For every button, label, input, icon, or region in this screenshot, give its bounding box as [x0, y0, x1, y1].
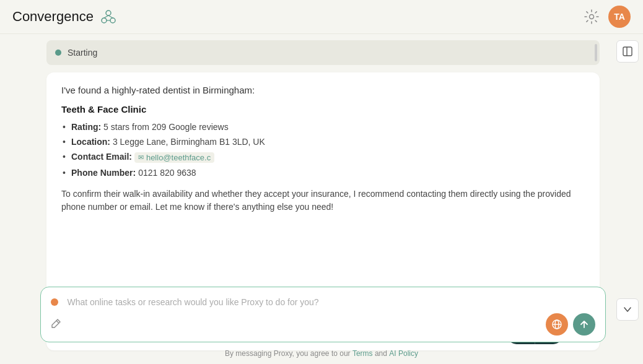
- settings-icon[interactable]: [584, 9, 600, 25]
- detail-value-phone: 0121 820 9638: [138, 168, 196, 178]
- detail-value-rating: 5 stars from 209 Google reviews: [103, 122, 229, 132]
- detail-rating: Rating: 5 stars from 209 Google reviews: [61, 122, 585, 132]
- svg-rect-8: [623, 47, 632, 56]
- sidebar-right: [612, 34, 643, 364]
- input-row: What online tasks or research would you …: [51, 296, 595, 307]
- svg-line-4: [108, 15, 113, 18]
- input-status-dot: [51, 298, 58, 306]
- logo-icon: [100, 8, 117, 25]
- send-button[interactable]: [573, 313, 595, 336]
- header-right: TA: [584, 6, 631, 28]
- footer-and-text: and: [373, 349, 390, 358]
- input-placeholder: What online tasks or research would you …: [67, 297, 318, 307]
- web-search-button[interactable]: [546, 313, 568, 336]
- input-actions: [546, 313, 595, 336]
- status-bar: Starting: [46, 40, 600, 65]
- detail-phone: Phone Number: 0121 820 9638: [61, 168, 585, 178]
- clinic-name: Teeth & Face Clinic: [61, 104, 585, 115]
- input-bottom: [51, 313, 595, 336]
- email-badge[interactable]: ✉ hello@teethface.c: [134, 152, 214, 163]
- svg-line-3: [104, 15, 108, 18]
- svg-point-1: [102, 18, 107, 23]
- detail-label-email: Contact Email:: [71, 152, 134, 162]
- footer-policy-link[interactable]: AI Policy: [389, 349, 418, 358]
- svg-line-10: [56, 321, 59, 323]
- input-area-wrapper: What online tasks or research would you …: [0, 287, 612, 342]
- header-left: Convergence: [12, 8, 117, 25]
- status-dot: [55, 50, 61, 56]
- email-value: hello@teethface.c: [146, 153, 211, 162]
- detail-label-rating: Rating:: [71, 122, 101, 132]
- panel-toggle-button[interactable]: [616, 40, 639, 63]
- footer: By messaging Proxy, you agree to our Ter…: [0, 349, 643, 358]
- detail-email: Contact Email: ✉ hello@teethface.c: [61, 152, 585, 163]
- avatar[interactable]: TA: [608, 6, 631, 28]
- logo-text: Convergence: [12, 9, 94, 25]
- message-footer: To confirm their walk-in availability an…: [61, 188, 585, 214]
- detail-value-location: 3 Legge Lane, Birmingham B1 3LD, UK: [113, 137, 265, 147]
- message-intro: I've found a highly-rated dentist in Bir…: [61, 85, 585, 95]
- header: Convergence TA: [0, 0, 643, 34]
- scroll-down-button[interactable]: [616, 298, 639, 321]
- input-box[interactable]: What online tasks or research would you …: [40, 287, 606, 342]
- footer-terms-link[interactable]: Terms: [352, 349, 373, 358]
- edit-icon[interactable]: [51, 318, 62, 331]
- svg-point-6: [590, 15, 594, 19]
- svg-point-2: [110, 18, 115, 23]
- email-icon: ✉: [138, 154, 144, 162]
- detail-label-phone: Phone Number:: [71, 168, 136, 178]
- details-list: Rating: 5 stars from 209 Google reviews …: [61, 122, 585, 178]
- detail-label-location: Location:: [71, 137, 110, 147]
- status-scrollbar[interactable]: [595, 44, 597, 61]
- svg-point-0: [106, 11, 111, 15]
- footer-text-before: By messaging Proxy, you agree to our: [225, 349, 352, 358]
- detail-location: Location: 3 Legge Lane, Birmingham B1 3L…: [61, 137, 585, 147]
- status-text: Starting: [68, 48, 97, 58]
